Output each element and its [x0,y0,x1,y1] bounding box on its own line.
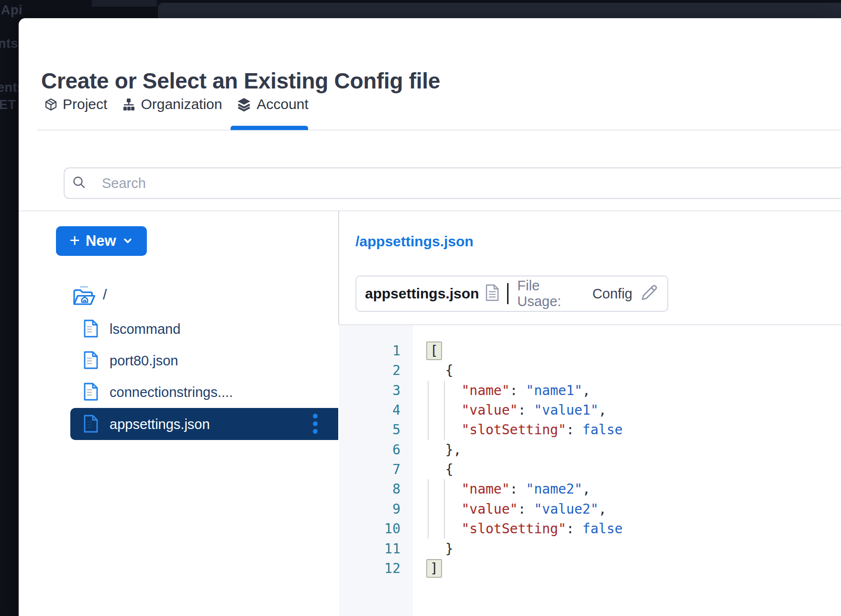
code-text: "slotSetting": false [429,519,623,539]
active-tab-indicator [231,126,308,130]
tree-file-label: appsettings.json [110,417,210,432]
page-title: Create or Select an Existing Config file [41,68,440,94]
line-number: 4 [338,400,400,420]
line-number: 2 [338,361,400,381]
code-line: 11 } [338,539,841,559]
background-text-fragment: ET [0,98,16,112]
line-number: 12 [338,559,400,579]
tree-file-lscommand[interactable]: lscommand [19,313,338,345]
code-line: 4 "value": "value1", [338,400,841,420]
new-button[interactable]: + New [56,226,147,256]
tree-file-connectionstrings-[interactable]: connectionstrings.... [19,376,338,408]
document-icon [486,284,499,303]
tree-file-appsettings-json[interactable]: appsettings.json [70,408,338,440]
code-line: 5 "slotSetting": false [338,420,841,440]
code-text: { [429,460,454,480]
line-number: 5 [338,420,400,440]
divider [507,283,509,304]
line-number: 3 [338,381,400,401]
code-line: 3 "name": "name1", [338,381,841,401]
tree-file-label: port80.json [110,353,178,369]
tree-file-label: connectionstrings.... [110,385,233,400]
search-input[interactable]: Search [64,167,841,199]
code-line: 2 { [338,361,841,381]
document-icon [84,319,98,340]
line-number: 8 [338,479,400,499]
code-text: }, [429,440,461,460]
config-file-dialog: Create or Select an Existing Config file… [19,18,841,616]
code-text: "name": "name1", [429,381,590,401]
selected-file-path[interactable]: /appsettings.json [355,233,474,250]
code-line: 6 }, [338,440,841,460]
tab-bar-divider [37,130,841,131]
tree-file-label: lscommand [110,321,180,337]
line-number: 10 [338,519,400,539]
code-line: 7 { [338,460,841,480]
code-text: "value": "value2", [429,499,607,519]
code-line: 8 "name": "name2", [338,479,841,499]
file-name: appsettings.json [365,286,479,302]
file-usage-box: appsettings.json File Usage: Config [355,275,668,312]
document-icon [84,415,98,435]
code-text: } [429,539,454,559]
tab-bar: Project Organization [44,95,309,114]
document-icon [84,383,98,403]
search-placeholder: Search [102,176,146,191]
line-number: 7 [338,460,400,480]
code-text: "name": "name2", [429,479,590,499]
tab-account[interactable]: Account [237,96,308,112]
code-text: [ [429,341,439,361]
file-usage-value: Config [592,286,632,302]
code-line: 10 "slotSetting": false [338,519,841,539]
line-number: 9 [338,499,400,519]
tree-root-folder[interactable]: / [19,280,338,312]
file-usage-label: File Usage: [517,278,586,309]
tab-account-label: Account [256,96,308,112]
cube-icon [44,98,57,111]
panels-top-divider [19,210,841,211]
line-number: 1 [338,341,400,361]
background-text-fragment: nts [0,36,18,51]
kebab-menu-icon[interactable] [307,408,324,440]
code-text: "value": "value1", [429,400,607,420]
tree-file-port80-json[interactable]: port80.json [19,344,338,376]
code-text: "slotSetting": false [429,420,623,440]
code-line: 12] [338,559,841,579]
code-text: { [429,361,454,381]
code-line: 1[ [338,341,841,361]
search-icon [72,176,86,191]
tree-root-label: / [103,286,107,303]
code-text: ] [429,559,439,579]
org-chart-icon [122,98,135,111]
pencil-icon[interactable] [640,283,659,304]
tab-project[interactable]: Project [44,96,107,112]
chevron-down-icon [122,235,133,248]
code-line: 9 "value": "value2", [338,499,841,519]
document-icon [84,351,98,371]
line-number: 11 [338,539,400,559]
background-tab-strip [92,0,157,7]
background-text-fragment: Api [1,3,22,18]
line-number: 6 [338,440,400,460]
new-button-label: New [86,232,116,250]
code-editor[interactable]: 1[2 {3 "name": "name1",4 "value": "value… [338,325,841,616]
plus-icon: + [69,231,80,249]
tab-organization-label: Organization [141,96,222,112]
tab-project-label: Project [63,96,107,112]
background-card [158,3,841,19]
tab-organization[interactable]: Organization [122,96,222,112]
layers-icon [237,97,251,111]
